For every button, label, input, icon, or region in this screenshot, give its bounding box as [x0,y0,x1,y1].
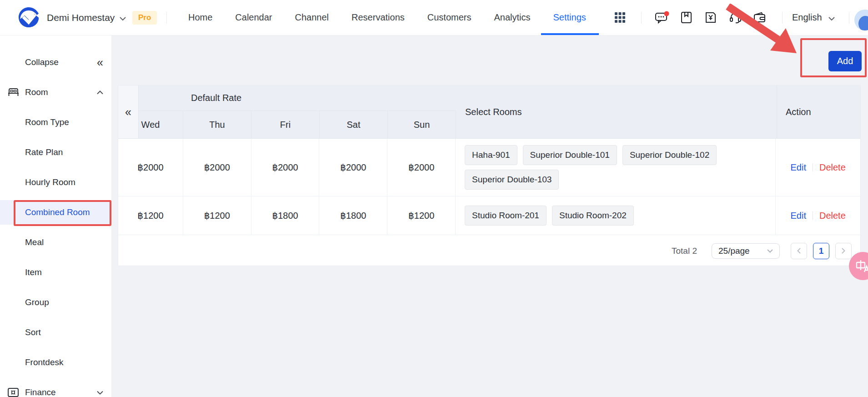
nav-channel[interactable]: Channel [295,0,329,35]
page-size-select[interactable]: 25/page [712,243,780,259]
sidebar-item-sort[interactable]: Sort [0,317,111,347]
nav-settings[interactable]: Settings [553,0,586,35]
combined-room-table: « Default Rate Wed Thu Fri Sat Sun Selec… [118,85,861,266]
nav-reservations[interactable]: Reservations [351,0,405,35]
rate-sun: ฿1200 [387,196,456,235]
add-button[interactable]: Add [828,51,862,71]
table-footer: Total 2 25/page 1 [118,235,860,266]
finance-icon [7,387,19,397]
sidebar-item-group[interactable]: Group [0,287,111,317]
rate-fri: ฿2000 [251,139,320,196]
action-cell: Edit Delete [776,139,860,196]
action-cell: Edit Delete [776,196,860,235]
headset-icon[interactable] [729,0,742,35]
brand-logo-icon [17,6,40,30]
sidebar-item-item[interactable]: Item [0,257,111,287]
chevron-down-icon [767,249,773,253]
pro-badge: Pro [132,11,157,25]
room-tag: Studio Room-201 [465,206,547,226]
brand-name: Demi Homestay [47,12,115,23]
top-bar: Demi Homestay Pro Home Calendar Channel … [0,0,868,35]
group-header: Default Rate [191,85,241,111]
prev-page-button[interactable] [791,243,807,259]
sidebar-item-combined-room[interactable]: Combined Room [0,197,111,227]
rate-sat: ฿1800 [319,196,387,235]
language-selector[interactable]: English [792,0,822,35]
chevron-down-icon[interactable] [120,17,126,21]
col-header-sat: Sat [320,111,388,138]
total-count: Total 2 [672,246,697,256]
rate-sun: ฿2000 [387,139,456,196]
nav-calendar[interactable]: Calendar [235,0,272,35]
rate-wed: ฿1200 [118,196,183,235]
edit-link[interactable]: Edit [790,162,806,173]
sidebar-item-room[interactable]: Room [0,77,111,107]
divider [777,85,777,138]
nav-home[interactable]: Home [188,0,212,35]
next-page-button[interactable] [835,243,852,259]
col-header-select-rooms: Select Rooms [465,85,522,138]
collapse-left-icon: « [97,57,103,68]
language-label: English [792,12,822,23]
bed-icon [7,87,20,98]
page-1-button[interactable]: 1 [813,243,829,259]
room-tag: Superior Double-102 [622,145,717,165]
sidebar-item-label: Room [25,87,48,97]
chevron-up-icon [97,90,103,95]
delete-link[interactable]: Delete [819,211,846,221]
property-selector[interactable]: Demi Homestay [47,0,115,35]
notification-dot [664,11,669,16]
select-rooms-cell: Haha-901 Superior Double-101 Superior Do… [456,139,776,196]
nav-customers[interactable]: Customers [427,0,472,35]
room-tag: Superior Double-101 [523,145,617,165]
divider [641,12,642,24]
table-row: ฿1200 ฿1200 ฿1800 ฿1800 ฿1200 Studio Roo… [118,196,860,235]
user-avatar[interactable] [854,10,868,30]
sidebar-item-rate-plan[interactable]: Rate Plan [0,137,111,167]
wallet-icon[interactable] [753,0,766,35]
sidebar-item-meal[interactable]: Meal [0,227,111,257]
rate-fri: ฿1800 [251,196,320,235]
chevron-left-icon [797,248,801,254]
app-window: Demi Homestay Pro Home Calendar Channel … [0,0,868,397]
select-rooms-cell: Studio Room-201 Studio Room-202 [456,196,776,235]
settings-sidebar: Collapse « Room Room Type Rate Plan Hour… [0,35,112,397]
room-tag: Haha-901 [465,145,517,165]
sidebar-item-hourly-room[interactable]: Hourly Room [0,167,111,197]
rate-wed: ฿2000 [118,139,183,196]
col-header-fri: Fri [251,111,320,138]
page-size-value: 25/page [718,246,750,256]
translate-icon [855,258,868,274]
chevron-down-icon[interactable] [828,17,835,21]
sidebar-item-finance[interactable]: Finance [0,377,111,397]
rate-sat: ฿2000 [319,139,387,196]
divider [166,12,167,24]
nav-analytics[interactable]: Analytics [494,0,530,35]
col-header-action: Action [786,85,811,138]
col-header-wed: Wed [118,111,183,138]
sidebar-item-frontdesk[interactable]: Frontdesk [0,347,111,377]
table-header: « Default Rate Wed Thu Fri Sat Sun Selec… [118,85,860,139]
chevron-right-icon [842,248,845,254]
col-header-thu: Thu [183,111,251,138]
room-tag: Superior Double-103 [465,170,559,190]
room-tag: Studio Room-202 [552,206,634,226]
chat-icon[interactable] [655,0,669,35]
sidebar-item-room-type[interactable]: Room Type [0,107,111,137]
apps-grid-icon[interactable] [615,0,625,35]
receipt-yen-icon[interactable] [705,0,717,35]
bookmark-icon[interactable] [681,0,692,35]
rate-thu: ฿1200 [183,196,251,235]
collapse-label: Collapse [25,57,59,67]
day-header-row: Wed Thu Fri Sat Sun [118,111,456,138]
divider [782,12,783,24]
delete-link[interactable]: Delete [819,162,846,173]
divider [813,163,813,171]
divider [813,211,813,220]
main-nav: Home Calendar Channel Reservations Custo… [188,0,586,35]
edit-link[interactable]: Edit [790,211,806,221]
sidebar-collapse[interactable]: Collapse « [0,47,111,77]
col-header-sun: Sun [388,111,456,138]
table-row: ฿2000 ฿2000 ฿2000 ฿2000 ฿2000 Haha-901 S… [118,139,860,196]
rate-thu: ฿2000 [183,139,251,196]
